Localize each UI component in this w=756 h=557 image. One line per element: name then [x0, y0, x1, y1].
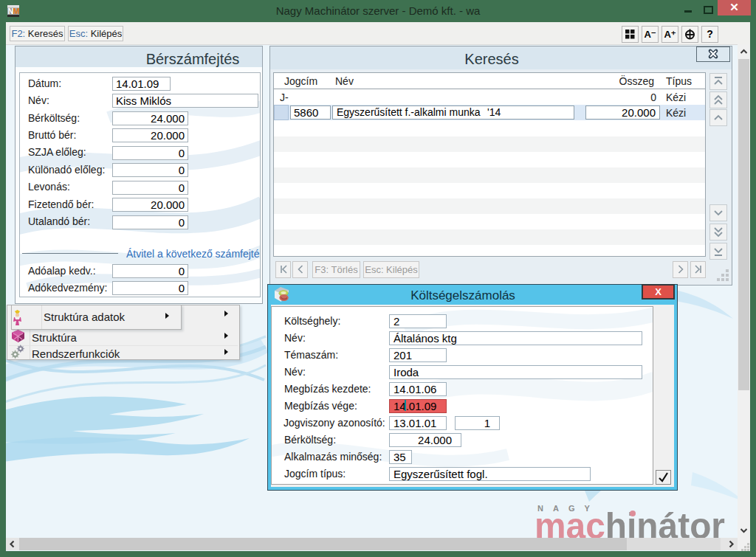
svg-text:M: M: [13, 7, 20, 15]
